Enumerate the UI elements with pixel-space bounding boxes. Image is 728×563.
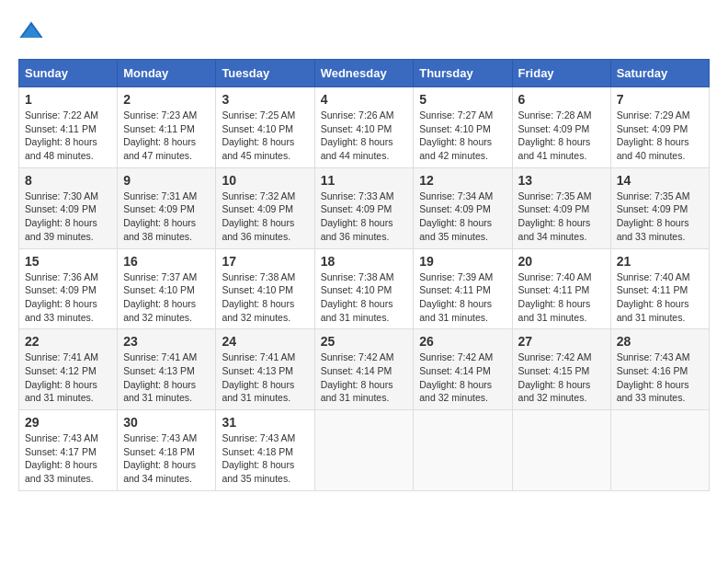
day-number: 28 (617, 334, 703, 349)
day-number: 10 (222, 173, 308, 188)
calendar-cell: 19 Sunrise: 7:39 AMSunset: 4:11 PMDaylig… (414, 248, 512, 329)
calendar-cell: 1 Sunrise: 7:22 AMSunset: 4:11 PMDayligh… (19, 87, 118, 168)
calendar-cell (610, 410, 709, 491)
day-number: 3 (222, 92, 308, 107)
day-number: 4 (321, 92, 408, 107)
day-info: Sunrise: 7:38 AMSunset: 4:10 PMDaylight:… (222, 271, 295, 323)
calendar-cell: 8 Sunrise: 7:30 AMSunset: 4:09 PMDayligh… (19, 167, 118, 248)
calendar-cell: 15 Sunrise: 7:36 AMSunset: 4:09 PMDaylig… (19, 248, 118, 329)
day-info: Sunrise: 7:28 AMSunset: 4:09 PMDaylight:… (518, 109, 592, 161)
calendar-cell: 29 Sunrise: 7:43 AMSunset: 4:17 PMDaylig… (19, 410, 118, 491)
day-info: Sunrise: 7:23 AMSunset: 4:11 PMDaylight:… (123, 109, 197, 161)
day-number: 13 (518, 173, 605, 188)
day-info: Sunrise: 7:31 AMSunset: 4:09 PMDaylight:… (123, 190, 197, 242)
week-row-3: 15 Sunrise: 7:36 AMSunset: 4:09 PMDaylig… (19, 248, 710, 329)
calendar-cell: 14 Sunrise: 7:35 AMSunset: 4:09 PMDaylig… (610, 167, 709, 248)
calendar-cell: 3 Sunrise: 7:25 AMSunset: 4:10 PMDayligh… (216, 87, 314, 168)
day-info: Sunrise: 7:41 AMSunset: 4:13 PMDaylight:… (123, 351, 197, 403)
day-number: 23 (123, 334, 210, 349)
day-number: 11 (321, 173, 408, 188)
day-number: 24 (222, 334, 308, 349)
day-info: Sunrise: 7:27 AMSunset: 4:10 PMDaylight:… (419, 109, 493, 161)
day-number: 30 (123, 415, 210, 430)
day-number: 22 (25, 334, 111, 349)
calendar-cell: 16 Sunrise: 7:37 AMSunset: 4:10 PMDaylig… (118, 248, 216, 329)
day-number: 31 (222, 415, 308, 430)
day-number: 1 (25, 92, 111, 107)
calendar-cell: 2 Sunrise: 7:23 AMSunset: 4:11 PMDayligh… (118, 87, 216, 168)
day-info: Sunrise: 7:25 AMSunset: 4:10 PMDaylight:… (222, 109, 295, 161)
day-number: 26 (419, 334, 506, 349)
calendar-cell: 7 Sunrise: 7:29 AMSunset: 4:09 PMDayligh… (610, 87, 709, 168)
day-info: Sunrise: 7:35 AMSunset: 4:09 PMDaylight:… (518, 190, 592, 242)
day-info: Sunrise: 7:36 AMSunset: 4:09 PMDaylight:… (25, 271, 98, 323)
day-number: 25 (321, 334, 408, 349)
calendar-cell: 4 Sunrise: 7:26 AMSunset: 4:10 PMDayligh… (314, 87, 414, 168)
calendar-cell: 21 Sunrise: 7:40 AMSunset: 4:11 PMDaylig… (610, 248, 709, 329)
day-info: Sunrise: 7:40 AMSunset: 4:11 PMDaylight:… (617, 271, 690, 323)
day-info: Sunrise: 7:41 AMSunset: 4:12 PMDaylight:… (25, 351, 98, 403)
calendar-cell: 25 Sunrise: 7:42 AMSunset: 4:14 PMDaylig… (314, 329, 414, 410)
day-info: Sunrise: 7:43 AMSunset: 4:18 PMDaylight:… (123, 432, 197, 484)
day-info: Sunrise: 7:42 AMSunset: 4:14 PMDaylight:… (419, 351, 493, 403)
calendar-cell: 23 Sunrise: 7:41 AMSunset: 4:13 PMDaylig… (118, 329, 216, 410)
day-info: Sunrise: 7:29 AMSunset: 4:09 PMDaylight:… (617, 109, 690, 161)
day-number: 15 (25, 254, 111, 269)
day-info: Sunrise: 7:39 AMSunset: 4:11 PMDaylight:… (419, 271, 493, 323)
logo-icon (18, 18, 44, 44)
calendar-cell: 27 Sunrise: 7:42 AMSunset: 4:15 PMDaylig… (512, 329, 610, 410)
weekday-header-thursday: Thursday (414, 60, 512, 87)
calendar-cell: 6 Sunrise: 7:28 AMSunset: 4:09 PMDayligh… (512, 87, 610, 168)
day-info: Sunrise: 7:33 AMSunset: 4:09 PMDaylight:… (321, 190, 394, 242)
week-row-2: 8 Sunrise: 7:30 AMSunset: 4:09 PMDayligh… (19, 167, 710, 248)
weekday-header-tuesday: Tuesday (216, 60, 314, 87)
day-info: Sunrise: 7:26 AMSunset: 4:10 PMDaylight:… (321, 109, 394, 161)
day-number: 17 (222, 254, 308, 269)
week-row-4: 22 Sunrise: 7:41 AMSunset: 4:12 PMDaylig… (19, 329, 710, 410)
header (18, 18, 710, 44)
calendar-cell: 18 Sunrise: 7:38 AMSunset: 4:10 PMDaylig… (314, 248, 414, 329)
day-info: Sunrise: 7:22 AMSunset: 4:11 PMDaylight:… (25, 109, 98, 161)
weekday-header-sunday: Sunday (19, 60, 118, 87)
day-info: Sunrise: 7:38 AMSunset: 4:10 PMDaylight:… (321, 271, 394, 323)
calendar-cell (414, 410, 512, 491)
day-number: 8 (25, 173, 111, 188)
weekday-header-saturday: Saturday (610, 60, 709, 87)
day-info: Sunrise: 7:43 AMSunset: 4:18 PMDaylight:… (222, 432, 295, 484)
calendar-cell: 11 Sunrise: 7:33 AMSunset: 4:09 PMDaylig… (314, 167, 414, 248)
calendar-cell: 5 Sunrise: 7:27 AMSunset: 4:10 PMDayligh… (414, 87, 512, 168)
week-row-5: 29 Sunrise: 7:43 AMSunset: 4:17 PMDaylig… (19, 410, 710, 491)
day-info: Sunrise: 7:32 AMSunset: 4:09 PMDaylight:… (222, 190, 295, 242)
weekday-header-row: SundayMondayTuesdayWednesdayThursdayFrid… (19, 60, 710, 87)
week-row-1: 1 Sunrise: 7:22 AMSunset: 4:11 PMDayligh… (19, 87, 710, 168)
calendar-cell (314, 410, 414, 491)
day-number: 29 (25, 415, 111, 430)
day-number: 21 (617, 254, 703, 269)
day-info: Sunrise: 7:34 AMSunset: 4:09 PMDaylight:… (419, 190, 493, 242)
day-number: 9 (123, 173, 210, 188)
day-number: 5 (419, 92, 506, 107)
calendar-cell: 26 Sunrise: 7:42 AMSunset: 4:14 PMDaylig… (414, 329, 512, 410)
calendar-cell: 12 Sunrise: 7:34 AMSunset: 4:09 PMDaylig… (414, 167, 512, 248)
calendar-cell: 10 Sunrise: 7:32 AMSunset: 4:09 PMDaylig… (216, 167, 314, 248)
calendar-cell: 24 Sunrise: 7:41 AMSunset: 4:13 PMDaylig… (216, 329, 314, 410)
day-info: Sunrise: 7:41 AMSunset: 4:13 PMDaylight:… (222, 351, 295, 403)
calendar-cell: 20 Sunrise: 7:40 AMSunset: 4:11 PMDaylig… (512, 248, 610, 329)
day-number: 19 (419, 254, 506, 269)
calendar-cell (512, 410, 610, 491)
day-info: Sunrise: 7:42 AMSunset: 4:14 PMDaylight:… (321, 351, 394, 403)
day-number: 18 (321, 254, 408, 269)
day-number: 12 (419, 173, 506, 188)
logo (18, 18, 48, 44)
weekday-header-friday: Friday (512, 60, 610, 87)
calendar-cell: 17 Sunrise: 7:38 AMSunset: 4:10 PMDaylig… (216, 248, 314, 329)
day-number: 2 (123, 92, 210, 107)
calendar-cell: 28 Sunrise: 7:43 AMSunset: 4:16 PMDaylig… (610, 329, 709, 410)
day-number: 7 (617, 92, 703, 107)
day-info: Sunrise: 7:42 AMSunset: 4:15 PMDaylight:… (518, 351, 592, 403)
day-info: Sunrise: 7:37 AMSunset: 4:10 PMDaylight:… (123, 271, 197, 323)
day-info: Sunrise: 7:35 AMSunset: 4:09 PMDaylight:… (617, 190, 690, 242)
day-info: Sunrise: 7:43 AMSunset: 4:16 PMDaylight:… (617, 351, 690, 403)
calendar-cell: 31 Sunrise: 7:43 AMSunset: 4:18 PMDaylig… (216, 410, 314, 491)
calendar-cell: 22 Sunrise: 7:41 AMSunset: 4:12 PMDaylig… (19, 329, 118, 410)
